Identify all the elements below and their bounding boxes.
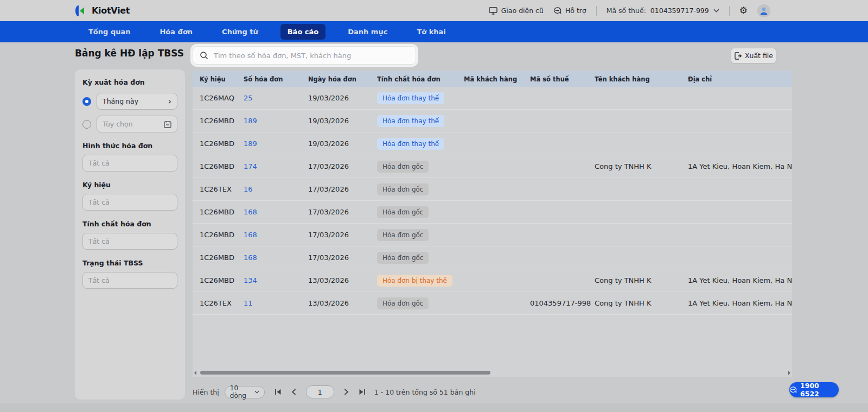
invoice-number-link[interactable]: 25 — [244, 94, 253, 102]
invoice-number-link[interactable]: 11 — [244, 299, 253, 307]
trang-thai-input[interactable]: Tất cả — [82, 272, 177, 289]
old-interface-label: Giao diện cũ — [501, 7, 544, 15]
cell-ngay-hoa-don: 17/03/2026 — [308, 231, 377, 239]
custom-date-select[interactable]: Tùy chọn — [97, 116, 177, 132]
column-header: Ngày hóa đơn — [308, 75, 377, 83]
cell-ky-hieu: 1C26MBD — [200, 140, 244, 148]
filter-label: Trạng thái TBSS — [82, 259, 177, 267]
invoice-number-link[interactable]: 168 — [244, 253, 257, 262]
nav-tab-danh-muc[interactable]: Danh mục — [341, 24, 394, 40]
table-body: 1C26MAQ 25 19/03/2026 Hóa đơn thay thế 1… — [193, 87, 792, 315]
nav-tab-bao-cao[interactable]: Báo cáo — [280, 24, 326, 40]
support-button[interactable]: Hỗ trợ — [553, 7, 586, 15]
page-title: Bảng kê HĐ lập TBSS — [75, 48, 184, 59]
next-page-button[interactable] — [344, 389, 349, 395]
radio-this-month[interactable] — [82, 97, 91, 106]
cell-ngay-hoa-don: 19/03/2026 — [308, 140, 377, 148]
prev-page-button[interactable] — [291, 389, 296, 395]
cell-so-hoa-don: 168 — [244, 208, 308, 216]
gear-icon[interactable]: ⚙ — [739, 6, 748, 15]
invoice-number-link[interactable]: 16 — [244, 185, 253, 193]
filter-group-tinh-chat: Tính chất hóa đơn Tất cả — [82, 220, 177, 250]
cell-tinh-chat: Hóa đơn gốc — [377, 252, 464, 264]
cell-ngay-hoa-don: 17/03/2026 — [308, 208, 377, 216]
cell-dia-chi: 1A Yet Kieu, Hoan Kiem, Ha No — [688, 299, 792, 307]
cell-so-hoa-don: 168 — [244, 231, 308, 239]
hotline-button[interactable]: 1900 6522 — [789, 382, 839, 397]
invoice-number-link[interactable]: 174 — [244, 162, 257, 170]
invoice-number-link[interactable]: 168 — [244, 208, 257, 216]
header-divider — [596, 6, 597, 16]
bottom-strip — [0, 403, 868, 412]
support-label: Hỗ trợ — [565, 7, 586, 15]
last-page-button[interactable] — [359, 389, 366, 395]
first-page-button[interactable] — [275, 389, 282, 395]
show-label: Hiển thị — [193, 388, 219, 396]
tinh-chat-input[interactable]: Tất cả — [82, 233, 177, 250]
avatar[interactable] — [757, 4, 770, 17]
period-option-custom: Tùy chọn — [82, 116, 177, 132]
cell-ky-hieu: 1C26MBD — [200, 253, 244, 262]
nav-tab-to-khai[interactable]: Tờ khai — [410, 24, 452, 40]
invoice-type-badge: Hóa đơn gốc — [377, 229, 429, 241]
search-placeholder: Tìm theo số hóa đơn, MST, khách hàng — [214, 52, 351, 60]
invoice-number-link[interactable]: 134 — [244, 276, 257, 284]
table-row: 1C26MBD 168 17/03/2026 Hóa đơn gốc — [193, 201, 792, 224]
column-header: Mã số thuế — [530, 75, 595, 83]
scroll-right-arrow-icon[interactable] — [788, 371, 790, 375]
search-icon — [200, 51, 208, 60]
current-page-input[interactable]: 1 — [306, 385, 334, 398]
this-month-select[interactable]: Tháng này › — [97, 93, 177, 110]
export-file-label: Xuất file — [745, 52, 773, 60]
invoice-number-link[interactable]: 168 — [244, 231, 257, 239]
invoice-type-badge: Hóa đơn thay thế — [377, 92, 444, 104]
this-month-value: Tháng này — [103, 97, 138, 105]
period-filter-label: Kỳ xuất hóa đơn — [82, 78, 177, 86]
cell-so-hoa-don: 25 — [244, 94, 308, 102]
nav-tab-chung-tu[interactable]: Chứng từ — [215, 24, 265, 40]
nav-tab-hoa-don[interactable]: Hóa đơn — [152, 24, 200, 40]
invoice-type-badge: Hóa đơn thay thế — [377, 138, 444, 150]
brand-logo[interactable]: KiotViet — [74, 0, 130, 21]
scroll-left-arrow-icon[interactable] — [194, 371, 196, 375]
cell-ngay-hoa-don: 13/03/2026 — [308, 276, 377, 284]
invoice-type-badge: Hóa đơn bị thay thế — [377, 275, 452, 287]
cell-ky-hieu: 1C26MAQ — [200, 94, 244, 102]
invoice-number-link[interactable]: 189 — [244, 117, 257, 125]
period-option-this-month: Tháng này › — [82, 93, 177, 110]
horizontal-scrollbar — [193, 370, 792, 376]
export-file-button[interactable]: Xuất file — [731, 48, 776, 64]
column-header: Mã khách hàng — [464, 75, 530, 83]
chat-bubble-icon — [789, 386, 797, 394]
ky-hieu-input[interactable]: Tất cả — [82, 194, 177, 211]
old-interface-button[interactable]: Giao diện cũ — [489, 7, 544, 15]
nav-tab-tong-quan[interactable]: Tổng quan — [81, 24, 137, 40]
cell-ngay-hoa-don: 17/03/2026 — [308, 185, 377, 193]
cell-tinh-chat: Hóa đơn thay thế — [377, 92, 464, 104]
search-input[interactable]: Tìm theo số hóa đơn, MST, khách hàng — [193, 46, 416, 65]
tax-code-label: Mã số thuế: — [607, 7, 646, 15]
table-row: 1C26MBD 174 17/03/2026 Hóa đơn gốc Cong … — [193, 155, 792, 178]
cell-ky-hieu: 1C26TEX — [200, 185, 244, 193]
filter-label: Hình thức hóa đơn — [82, 142, 177, 150]
cell-dia-chi: 1A Yet Kieu, Hoan Kiem, Ha No — [688, 162, 792, 170]
tax-code-selector[interactable]: Mã số thuế: 0104359717-999 — [607, 7, 719, 15]
cell-so-hoa-don: 16 — [244, 185, 308, 193]
kiotviet-logo-icon — [74, 4, 88, 18]
table-row: 1C26TEX 16 17/03/2026 Hóa đơn gốc — [193, 178, 792, 201]
pagination-bar: Hiển thị 10 dòng 1 1 - 10 trên tổng số 5… — [193, 384, 792, 400]
hinh-thuc-input[interactable]: Tất cả — [82, 155, 177, 172]
cell-ky-hieu: 1C26MBD — [200, 162, 244, 170]
table-row: 1C26MAQ 25 19/03/2026 Hóa đơn thay thế — [193, 87, 792, 110]
table-header-row: Ký hiệu Số hóa đơn Ngày hóa đơn Tính chấ… — [193, 71, 792, 87]
scrollbar-thumb[interactable] — [200, 371, 490, 375]
column-header: Địa chỉ — [688, 75, 792, 83]
page-size-select[interactable]: 10 dòng — [225, 386, 265, 398]
cell-ky-hieu: 1C26TEX — [200, 299, 244, 307]
chevron-down-icon — [713, 9, 719, 12]
radio-custom[interactable] — [82, 120, 91, 129]
monitor-icon — [489, 7, 497, 15]
custom-date-value: Tùy chọn — [103, 120, 133, 128]
invoice-number-link[interactable]: 189 — [244, 140, 257, 148]
hotline-number: 1900 6522 — [800, 382, 839, 398]
